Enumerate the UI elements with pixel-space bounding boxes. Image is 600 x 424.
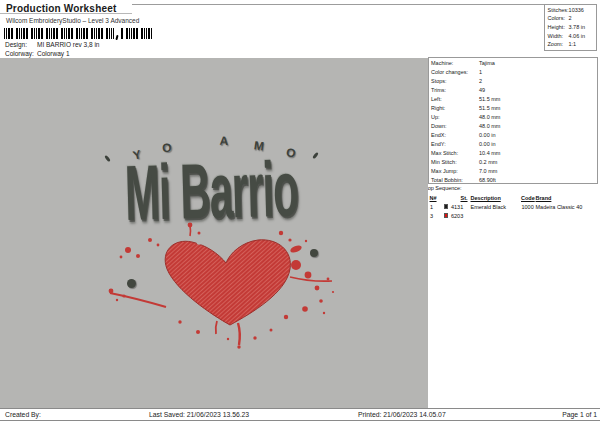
- color-changes-label: Color changes:: [431, 68, 479, 77]
- col-header-stitch: St.: [461, 195, 468, 201]
- min-stitch-label: Min Stitch:: [431, 158, 479, 167]
- stops-label: Stops:: [431, 77, 479, 86]
- design-summary-panel: Stitches:10336 Colors:2 Height:3.78 in W…: [544, 4, 597, 51]
- arc-accent-mark-icon: [104, 155, 111, 162]
- max-stitch-value: 10.4 mm: [479, 149, 500, 158]
- machine-value: Tajima: [479, 59, 495, 68]
- summary-row: Colors:2: [548, 14, 597, 23]
- heart-splatter-graphic: [100, 221, 340, 351]
- max-jump-label: Max Jump:: [431, 167, 479, 176]
- left-value: 51.5 mm: [479, 95, 500, 104]
- machine-row: EndY:0.00 in: [431, 140, 597, 149]
- header-top-rule: [132, 4, 544, 5]
- down-label: Down:: [431, 122, 479, 131]
- stitches-label: Stitches:: [548, 6, 569, 15]
- summary-row: Stitches:10336: [548, 6, 597, 15]
- col-header-code: Code: [521, 195, 535, 201]
- printed-label: Printed: 21/06/2023 14.05.07: [358, 411, 446, 418]
- production-worksheet-page: Production Worksheet Wilcom EmbroiderySt…: [0, 0, 600, 424]
- machine-row: Up:48.0 mm: [431, 113, 597, 122]
- description-cell: Emerald Black: [471, 204, 506, 210]
- machine-settings-panel: Machine:Tajima Color changes:1 Stops:2 T…: [428, 57, 598, 184]
- arc-accent-mark-icon: [312, 152, 319, 159]
- code-cell: 1000: [522, 204, 534, 210]
- right-value: 51.5 mm: [479, 104, 500, 113]
- machine-row: Max Jump:7.0 mm: [431, 167, 597, 176]
- machine-row: Down:48.0 mm: [431, 122, 597, 131]
- page-number-label: Page 1 of 1: [562, 411, 597, 418]
- up-value: 48.0 mm: [479, 113, 500, 122]
- color-changes-value: 1: [479, 68, 482, 77]
- design-dot-icon: [310, 249, 318, 257]
- machine-row: Left:51.5 mm: [431, 95, 597, 104]
- max-jump-value: 7.0 mm: [479, 167, 497, 176]
- endx-value: 0.00 in: [479, 131, 496, 140]
- machine-row: Min Stitch:0.2 mm: [431, 158, 597, 167]
- min-stitch-value: 0.2 mm: [479, 158, 497, 167]
- colors-label: Colors:: [548, 14, 569, 23]
- width-value: 4.06 in: [569, 32, 586, 41]
- barcode-icon: [121, 28, 152, 39]
- brand-cell: Madeira Classic 40: [536, 204, 583, 210]
- needle-cell: 1: [430, 204, 433, 210]
- thread-code-cell: 4131: [451, 204, 463, 210]
- machine-row: Total Bobbin:68.90ft: [431, 176, 597, 185]
- right-label: Right:: [431, 104, 479, 113]
- zoom-label: Zoom:: [548, 40, 569, 49]
- footer-bottom-rule: [0, 420, 600, 421]
- endy-label: EndY:: [431, 140, 479, 149]
- width-label: Width:: [548, 32, 569, 41]
- thread-color-swatch: [444, 204, 449, 209]
- title-underline: [0, 13, 132, 14]
- stop-sequence-title: Stop Sequence:: [423, 185, 462, 191]
- col-header-description: Description: [471, 195, 501, 201]
- endx-label: EndX:: [431, 131, 479, 140]
- total-bobbin-value: 68.90ft: [479, 176, 496, 185]
- machine-row: Right:51.5 mm: [431, 104, 597, 113]
- col-header-needle: N#: [430, 195, 437, 201]
- left-label: Left:: [431, 95, 479, 104]
- design-dot-icon: [127, 279, 136, 288]
- max-stitch-label: Max Stitch:: [431, 149, 479, 158]
- footer-top-rule: [0, 408, 600, 409]
- machine-row: Max Stitch:10.4 mm: [431, 149, 597, 158]
- colorway-label: Colorway:: [5, 50, 34, 57]
- created-by-label: Created By:: [5, 411, 41, 418]
- machine-label: Machine:: [431, 59, 479, 68]
- trims-value: 49: [479, 86, 485, 95]
- stops-value: 2: [479, 77, 482, 86]
- software-version-label: Wilcom EmbroideryStudio – Level 3 Advanc…: [6, 17, 139, 24]
- machine-row: Color changes:1: [431, 68, 597, 77]
- machine-row: Stops:2: [431, 77, 597, 86]
- summary-row: Height:3.78 in: [548, 23, 597, 32]
- thread-color-swatch: [444, 213, 449, 218]
- colors-value: 2: [569, 14, 572, 23]
- thread-code-cell: 6203: [451, 213, 463, 219]
- endy-value: 0.00 in: [479, 140, 496, 149]
- height-value: 3.78 in: [569, 23, 586, 32]
- up-label: Up:: [431, 113, 479, 122]
- last-saved-label: Last Saved: 21/06/2023 13.56.23: [149, 411, 249, 418]
- zoom-value: 1:1: [569, 40, 577, 49]
- summary-row: Zoom:1:1: [548, 40, 597, 49]
- main-text-mi-barrio: Mi Barrio: [124, 149, 299, 231]
- machine-row: Machine:Tajima: [431, 59, 597, 68]
- needle-cell: 3: [430, 213, 433, 219]
- barcode-separator-icon: [115, 34, 118, 39]
- col-header-brand: Brand: [536, 195, 552, 201]
- design-label: Design:: [5, 41, 27, 48]
- colorway-value: Colorway 1: [37, 50, 70, 57]
- stitches-value: 10336: [569, 6, 584, 15]
- design-preview-canvas: YOAMO Mi Barrio: [0, 58, 428, 408]
- trims-label: Trims:: [431, 86, 479, 95]
- design-value: MI BARRIO rev 3,8 in: [37, 41, 100, 48]
- total-bobbin-label: Total Bobbin:: [431, 176, 479, 185]
- down-value: 48.0 mm: [479, 122, 500, 131]
- barcode-icon: [4, 28, 114, 39]
- height-label: Height:: [548, 23, 569, 32]
- machine-row: Trims:49: [431, 86, 597, 95]
- summary-row: Width:4.06 in: [548, 32, 597, 41]
- page-title: Production Worksheet: [6, 3, 117, 14]
- machine-row: EndX:0.00 in: [431, 131, 597, 140]
